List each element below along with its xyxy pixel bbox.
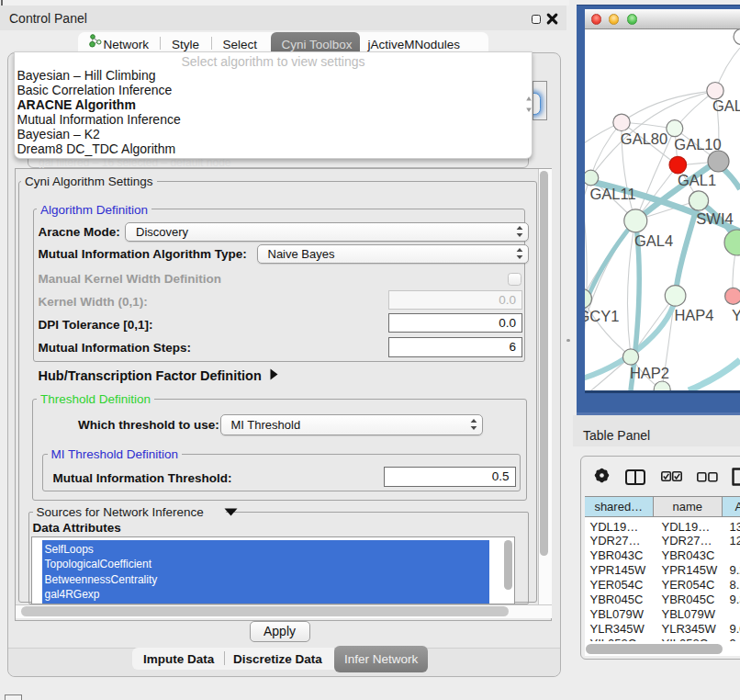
svg-text:GAL10: GAL10: [674, 136, 721, 152]
svg-text:GAL1: GAL1: [678, 172, 716, 188]
svg-text:YEL: YEL: [732, 307, 740, 323]
svg-text:GAL11: GAL11: [589, 186, 635, 202]
svg-text:GCY1: GCY1: [585, 308, 619, 324]
svg-text:GAL2: GAL2: [712, 97, 740, 114]
svg-text:HAP4: HAP4: [674, 307, 713, 323]
svg-text:GAL80: GAL80: [621, 130, 667, 147]
svg-text:SWI4: SWI4: [696, 210, 733, 227]
svg-text:HAP2: HAP2: [630, 365, 669, 381]
svg-text:GAL4: GAL4: [634, 232, 673, 249]
